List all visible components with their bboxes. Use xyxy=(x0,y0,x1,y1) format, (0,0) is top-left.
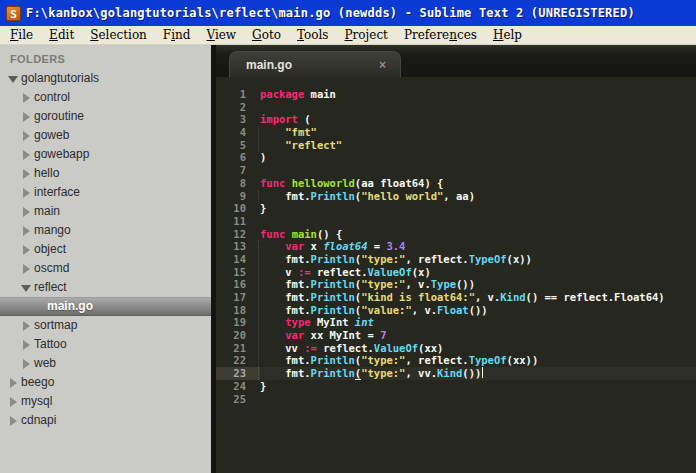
tree-item-label: cdnapi xyxy=(21,411,56,430)
tab-close-icon[interactable]: × xyxy=(377,58,388,72)
folder-control[interactable]: control xyxy=(0,88,211,107)
sublime-logo-icon: S xyxy=(6,6,21,21)
tree-item-label: oscmd xyxy=(34,259,69,278)
code-line-16[interactable]: fmt.Println("type:", v.Type()) xyxy=(260,278,696,291)
code-token: , reflect. xyxy=(405,354,468,366)
indent-guide xyxy=(258,126,259,151)
code-token: "value:" xyxy=(361,304,412,316)
code-token: Kind xyxy=(500,291,525,303)
code-token: fmt. xyxy=(260,278,311,290)
code-line-4[interactable]: "fmt" xyxy=(260,126,696,139)
code-line-9[interactable]: fmt.Println("hello world", aa) xyxy=(260,190,696,203)
folder-interface[interactable]: interface xyxy=(0,183,211,202)
code-token: , aa) xyxy=(443,190,475,202)
sidebar: FOLDERS golangtutorialscontrolgoroutineg… xyxy=(0,45,211,473)
line-number: 9 xyxy=(216,190,260,203)
code-line-22[interactable]: fmt.Println("type:", reflect.TypeOf(xx)) xyxy=(260,354,696,367)
tab-bar: main.go × xyxy=(216,45,696,77)
code-line-14[interactable]: fmt.Println("type:", reflect.TypeOf(x)) xyxy=(260,253,696,266)
titlebar[interactable]: S F:\kanbox\golangtutorials\reflect\main… xyxy=(0,0,696,26)
code-token: Println xyxy=(311,354,355,366)
menu-item-tools[interactable]: Tools xyxy=(289,27,337,44)
line-number: 1 xyxy=(216,88,260,101)
code-line-1[interactable]: package main xyxy=(260,88,696,101)
folder-gowebapp[interactable]: gowebapp xyxy=(0,145,211,164)
code-line-5[interactable]: "reflect" xyxy=(260,139,696,152)
code-line-10[interactable]: } xyxy=(260,202,696,215)
code-line-13[interactable]: var x float64 = 3.4 xyxy=(260,240,696,253)
folder-sortmap[interactable]: sortmap xyxy=(0,316,211,335)
folder-oscmd[interactable]: oscmd xyxy=(0,259,211,278)
indent-guide xyxy=(258,190,259,203)
line-number: 15 xyxy=(216,266,260,279)
tab-label: main.go xyxy=(246,58,377,72)
code-line-6[interactable]: ) xyxy=(260,151,696,164)
code-line-11[interactable] xyxy=(260,215,696,228)
code-token: ()) xyxy=(462,367,481,379)
folder-hello[interactable]: hello xyxy=(0,164,211,183)
code-token: func xyxy=(260,228,285,240)
line-number: 3 xyxy=(216,113,260,126)
file-main-go[interactable]: main.go xyxy=(0,297,211,316)
menu-item-edit[interactable]: Edit xyxy=(41,27,82,44)
folder-web[interactable]: web xyxy=(0,354,211,373)
code-token: float64 xyxy=(323,240,367,252)
code-token: var xyxy=(285,240,304,252)
tree-item-label: mysql xyxy=(21,392,52,411)
menu-item-file[interactable]: File xyxy=(2,27,41,44)
folder-mysql[interactable]: mysql xyxy=(0,392,211,411)
menu-item-find[interactable]: Find xyxy=(155,27,199,44)
code-line-15[interactable]: v := reflect.ValueOf(x) xyxy=(260,266,696,279)
menu-item-preferences[interactable]: Preferences xyxy=(396,27,485,44)
code-token: , v. xyxy=(405,278,430,290)
code-lines[interactable]: package mainimport ( "fmt" "reflect")fun… xyxy=(260,88,696,473)
menu-item-goto[interactable]: Goto xyxy=(244,27,289,44)
code-token: type xyxy=(285,316,310,328)
code-token: = xyxy=(368,240,387,252)
code-line-8[interactable]: func helloworld(aa float64) { xyxy=(260,177,696,190)
folder-tattoo[interactable]: Tattoo xyxy=(0,335,211,354)
menu-item-selection[interactable]: Selection xyxy=(82,27,155,44)
code-token: := xyxy=(298,266,311,278)
code-line-3[interactable]: import ( xyxy=(260,113,696,126)
folder-main[interactable]: main xyxy=(0,202,211,221)
folders-header: FOLDERS xyxy=(0,45,211,69)
code-line-24[interactable]: } xyxy=(260,380,696,393)
menu-item-project[interactable]: Project xyxy=(337,27,396,44)
code-line-25[interactable] xyxy=(260,393,696,406)
code-token: () { xyxy=(317,228,342,240)
folder-beego[interactable]: beego xyxy=(0,373,211,392)
tree-item-label: main.go xyxy=(47,297,93,316)
line-number: 6 xyxy=(216,151,260,164)
folder-mango[interactable]: mango xyxy=(0,221,211,240)
tree-item-label: golangtutorials xyxy=(21,69,99,88)
folder-goweb[interactable]: goweb xyxy=(0,126,211,145)
text-caret xyxy=(482,367,483,378)
code-token: Println xyxy=(311,278,355,290)
code-token: "reflect" xyxy=(285,139,342,151)
folder-goroutine[interactable]: goroutine xyxy=(0,107,211,126)
menu-item-view[interactable]: View xyxy=(198,27,244,44)
line-number: 25 xyxy=(216,393,260,406)
code-token: reflect. xyxy=(317,342,374,354)
code-token xyxy=(260,126,285,138)
folder-cdnapi[interactable]: cdnapi xyxy=(0,411,211,430)
code-line-19[interactable]: type MyInt int xyxy=(260,316,696,329)
folder-object[interactable]: object xyxy=(0,240,211,259)
tab-main-go[interactable]: main.go × xyxy=(229,51,401,77)
folder-golangtutorials[interactable]: golangtutorials xyxy=(0,69,211,88)
code-line-12[interactable]: func main() { xyxy=(260,228,696,241)
code-line-20[interactable]: var xx MyInt = 7 xyxy=(260,329,696,342)
folder-reflect[interactable]: reflect xyxy=(0,278,211,297)
code-line-7[interactable] xyxy=(260,164,696,177)
code-line-17[interactable]: fmt.Println("kind is float64:", v.Kind()… xyxy=(260,291,696,304)
code-line-23[interactable]: fmt.Println("type:", vv.Kind()) xyxy=(260,367,696,380)
line-number: 19 xyxy=(216,316,260,329)
code-editor[interactable]: 1234567891011121314151617181920212223242… xyxy=(216,77,696,473)
code-line-18[interactable]: fmt.Println("value:", v.Float()) xyxy=(260,304,696,317)
code-line-21[interactable]: vv := reflect.ValueOf(xx) xyxy=(260,342,696,355)
line-number: 4 xyxy=(216,126,260,139)
menu-item-help[interactable]: Help xyxy=(485,27,530,44)
code-token: package xyxy=(260,88,304,100)
code-line-2[interactable] xyxy=(260,101,696,114)
